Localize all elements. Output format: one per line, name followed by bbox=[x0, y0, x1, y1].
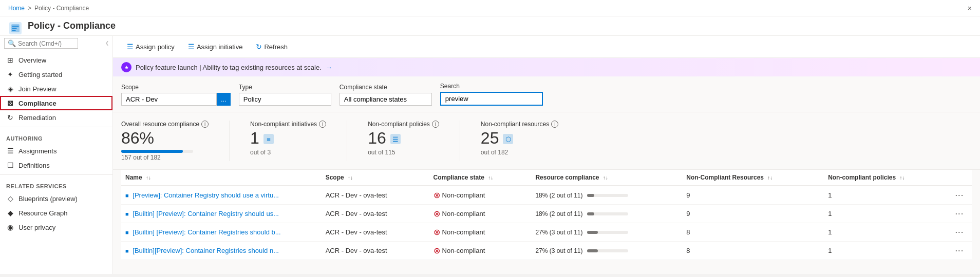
scope-browse-button[interactable]: ... bbox=[217, 93, 231, 106]
col-header-noncompliant[interactable]: Non-Compliant Resources ↑↓ bbox=[682, 170, 824, 186]
filters-row: Scope ... Type Policy Initiative Complia… bbox=[113, 76, 980, 112]
scope-filter: Scope ... bbox=[121, 84, 231, 106]
sidebar-header: 🔍 《 bbox=[0, 36, 112, 51]
row-3-mini-bar bbox=[587, 231, 628, 234]
sidebar-item-join-preview[interactable]: ◈ Join Preview bbox=[0, 82, 112, 96]
col-header-scope[interactable]: Scope ↑↓ bbox=[322, 170, 429, 186]
col-header-state[interactable]: Compliance state ↑↓ bbox=[429, 170, 532, 186]
compliance-label: Compliance state bbox=[340, 84, 432, 91]
row-3-noncompliant: 8 bbox=[682, 223, 824, 242]
sidebar-item-compliance[interactable]: ⊠ Compliance bbox=[0, 96, 112, 110]
row-1-name-link[interactable]: [Preview]: Container Registry should use… bbox=[133, 191, 279, 199]
sidebar-item-definitions[interactable]: ☐ Definitions bbox=[0, 158, 112, 172]
resource-graph-icon: ◆ bbox=[6, 209, 14, 217]
overall-info-icon[interactable]: i bbox=[201, 121, 209, 128]
col-header-resource[interactable]: Resource compliance ↑↓ bbox=[531, 170, 682, 186]
row-1-mini-fill bbox=[587, 194, 594, 197]
banner-link[interactable]: → bbox=[326, 64, 332, 71]
stat-overall-label: Overall resource compliance i bbox=[121, 121, 209, 128]
stat-overall: Overall resource compliance i 86% 157 ou… bbox=[121, 121, 209, 161]
assign-initiative-button[interactable]: ☰ Assign initiative bbox=[182, 40, 249, 53]
resources-stat-icon: ⬡ bbox=[502, 133, 514, 145]
sidebar-nav: ⊞ Overview ✦ Getting started ◈ Join Prev… bbox=[0, 51, 112, 236]
blueprints-icon: ◇ bbox=[6, 194, 14, 203]
policies-info-icon[interactable]: i bbox=[432, 121, 439, 128]
table-row: ■ [Builtin] [Preview]: Container Registr… bbox=[121, 205, 972, 223]
join-preview-icon: ◈ bbox=[6, 85, 14, 93]
row-1-compliance-badge: ⊗ Non-compliant bbox=[434, 190, 527, 200]
search-icon: 🔍 bbox=[8, 39, 16, 47]
sidebar-item-label-resource-graph: Resource Graph bbox=[18, 209, 67, 217]
assign-policy-button[interactable]: ☰ Assign policy bbox=[121, 40, 180, 53]
row-4-type-icon: ■ bbox=[125, 248, 129, 254]
sidebar-item-resource-graph[interactable]: ◆ Resource Graph bbox=[0, 206, 112, 220]
row-3-scope: ACR - Dev - ova-test bbox=[322, 223, 429, 242]
col-header-policies[interactable]: Non-compliant policies ↑↓ bbox=[824, 170, 951, 186]
row-3-error-icon: ⊗ bbox=[434, 227, 440, 237]
row-4-compliance-badge: ⊗ Non-compliant bbox=[434, 246, 527, 255]
stat-policies-value: 16 ☰ bbox=[368, 129, 439, 148]
row-4-resource: 27% (3 out of 11) bbox=[531, 242, 682, 260]
close-button[interactable]: × bbox=[968, 4, 972, 12]
sidebar-search-input[interactable] bbox=[18, 40, 74, 47]
stat-policies-label: Non-compliant policies i bbox=[368, 121, 439, 128]
row-1-name: ■ [Preview]: Container Registry should u… bbox=[121, 186, 322, 205]
breadcrumb-current: Policy - Compliance bbox=[34, 5, 89, 12]
row-3-type-icon: ■ bbox=[125, 229, 129, 235]
row-3-name-link[interactable]: [Builtin] [Preview]: Container Registrie… bbox=[133, 228, 280, 236]
sidebar-item-label-blueprints: Blueprints (preview) bbox=[18, 195, 78, 203]
row-3-actions: ··· bbox=[951, 223, 972, 242]
sidebar-item-assignments[interactable]: ☰ Assignments bbox=[0, 144, 112, 158]
row-3-resource: 27% (3 out of 11) bbox=[531, 223, 682, 242]
sort-name-icon: ↑↓ bbox=[146, 175, 151, 181]
sidebar-item-remediation[interactable]: ↻ Remediation bbox=[0, 110, 112, 125]
sidebar-item-overview[interactable]: ⊞ Overview bbox=[0, 53, 112, 67]
sidebar-item-user-privacy[interactable]: ◉ User privacy bbox=[0, 220, 112, 234]
col-header-name[interactable]: Name ↑↓ bbox=[121, 170, 322, 186]
row-3-policies: 1 bbox=[824, 223, 951, 242]
sidebar-item-getting-started[interactable]: ✦ Getting started bbox=[0, 67, 112, 82]
sort-noncompliant-icon: ↑↓ bbox=[767, 175, 772, 181]
row-2-noncompliant: 9 bbox=[682, 205, 824, 223]
stat-initiatives-sublabel: out of 3 bbox=[250, 149, 326, 156]
row-4-name-link[interactable]: [Builtin][Preview]: Container Registries… bbox=[133, 247, 279, 254]
row-1-more-button[interactable]: ··· bbox=[955, 191, 964, 199]
authoring-section-label: Authoring bbox=[0, 129, 112, 144]
resources-info-icon[interactable]: i bbox=[551, 121, 558, 128]
policies-stat-icon: ☰ bbox=[389, 133, 402, 145]
row-3-mini-fill bbox=[587, 231, 598, 234]
row-1-actions: ··· bbox=[951, 186, 972, 205]
toolbar: ☰ Assign policy ☰ Assign initiative ↻ Re… bbox=[113, 36, 980, 58]
compliance-icon: ⊠ bbox=[6, 99, 14, 107]
search-label: Search bbox=[440, 83, 543, 90]
table-row: ■ [Builtin][Preview]: Container Registri… bbox=[121, 242, 972, 260]
breadcrumb-home[interactable]: Home bbox=[8, 5, 25, 12]
row-4-actions: ··· bbox=[951, 242, 972, 260]
row-2-name-link[interactable]: [Builtin] [Preview]: Container Registry … bbox=[133, 210, 279, 217]
row-2-resource-bar: 18% (2 out of 11) bbox=[535, 210, 678, 217]
sidebar-item-blueprints[interactable]: ◇ Blueprints (preview) bbox=[0, 191, 112, 206]
stat-resources-value: 25 ⬡ bbox=[481, 129, 558, 148]
row-2-resource: 18% (2 out of 11) bbox=[531, 205, 682, 223]
stat-divider-2 bbox=[347, 121, 347, 161]
sidebar-search-container[interactable]: 🔍 bbox=[4, 38, 78, 49]
main-layout: 🔍 《 ⊞ Overview ✦ Getting started ◈ Join … bbox=[0, 36, 980, 274]
sidebar-collapse-button[interactable]: 《 bbox=[103, 40, 108, 47]
top-bar: Home > Policy - Compliance × bbox=[0, 0, 980, 16]
refresh-button[interactable]: ↻ Refresh bbox=[250, 40, 293, 53]
main-content: ☰ Assign policy ☰ Assign initiative ↻ Re… bbox=[113, 36, 980, 274]
initiatives-info-icon[interactable]: i bbox=[319, 121, 326, 128]
type-select[interactable]: Policy Initiative bbox=[239, 93, 331, 106]
search-input[interactable] bbox=[440, 92, 543, 106]
row-2-more-button[interactable]: ··· bbox=[955, 210, 964, 217]
row-4-more-button[interactable]: ··· bbox=[955, 247, 964, 254]
table-row: ■ [Preview]: Container Registry should u… bbox=[121, 186, 972, 205]
page-title: Policy - Compliance bbox=[28, 21, 116, 35]
compliance-select[interactable]: All compliance states Compliant Non-comp… bbox=[340, 93, 432, 106]
scope-input[interactable] bbox=[121, 93, 217, 106]
stat-resources: Non-compliant resources i 25 ⬡ out of 18… bbox=[481, 121, 558, 161]
row-1-noncompliant: 9 bbox=[682, 186, 824, 205]
row-3-more-button[interactable]: ··· bbox=[955, 228, 964, 236]
related-section-label: Related Services bbox=[0, 177, 112, 191]
compliance-table: Name ↑↓ Scope ↑↓ Compliance state ↑↓ R bbox=[121, 170, 972, 260]
